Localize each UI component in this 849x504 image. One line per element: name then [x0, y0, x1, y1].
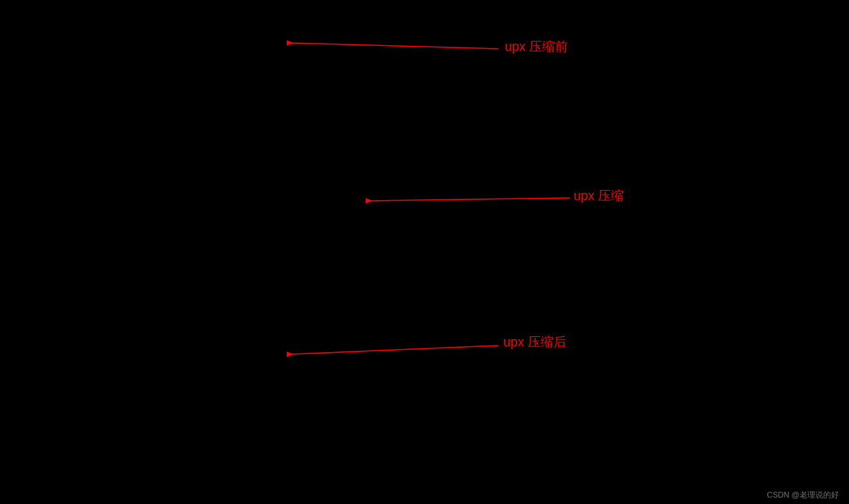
svg-line-3: [371, 198, 570, 201]
arrow-cmd-icon: [366, 188, 574, 205]
annotation-cmd: upx 压缩: [574, 191, 624, 201]
annotation-before: upx 压缩前: [505, 42, 568, 52]
watermark: CSDN @老理说的好: [767, 490, 839, 500]
terminal-output[interactable]: [0, 42, 849, 43]
annotation-after: upx 压缩后: [503, 337, 566, 348]
arrow-before-icon: [287, 36, 502, 57]
svg-line-1: [293, 43, 498, 49]
arrow-after-icon: [287, 338, 502, 360]
svg-line-5: [293, 346, 498, 354]
